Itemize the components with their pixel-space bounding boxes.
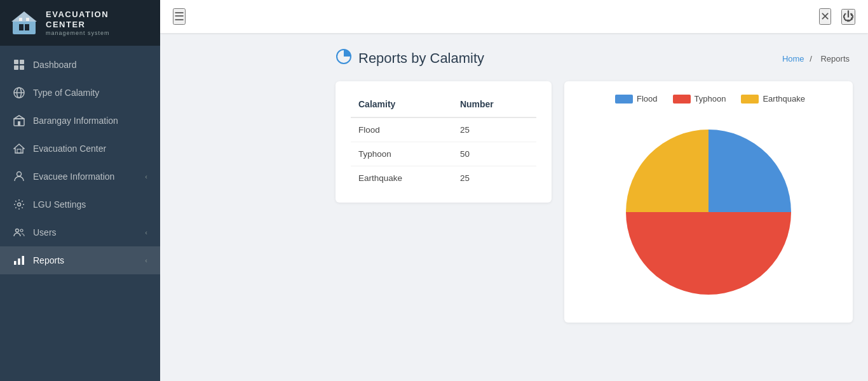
svg-rect-9 <box>20 65 24 70</box>
building-icon <box>13 114 25 127</box>
svg-rect-23 <box>18 258 20 265</box>
svg-rect-8 <box>14 65 18 70</box>
power-button[interactable]: ⏻ <box>841 9 855 25</box>
logo-icon <box>10 9 38 37</box>
close-button[interactable]: ✕ <box>819 8 831 25</box>
sidebar-nav: Dashboard Type of Calamity Barangay Info… <box>0 46 160 381</box>
globe-icon <box>13 86 25 99</box>
page-title: Reports by Calamity <box>358 50 484 67</box>
column-number: Number <box>452 94 536 117</box>
legend-label-typhoon: Typhoon <box>695 94 726 104</box>
pie-chart-title-icon <box>336 48 352 69</box>
table-card: Calamity Number Flood25Typhoon50Earthqua… <box>336 81 552 203</box>
settings-icon <box>13 198 25 211</box>
pie-chart <box>613 117 804 307</box>
svg-rect-15 <box>18 121 20 126</box>
column-calamity: Calamity <box>351 94 452 117</box>
sidebar-item-label-reports: Reports <box>33 255 137 265</box>
person-icon <box>13 170 25 183</box>
sidebar-item-evacuee-information[interactable]: Evacuee Information ‹ <box>0 163 160 190</box>
dashboard-icon <box>13 58 25 71</box>
svg-point-18 <box>17 172 22 177</box>
calamity-cell: Flood <box>351 117 452 142</box>
number-cell: 50 <box>452 142 536 166</box>
breadcrumb-separator: / <box>810 54 812 64</box>
svg-rect-5 <box>26 18 29 21</box>
sidebar-item-barangay-information[interactable]: Barangay Information <box>0 107 160 135</box>
sidebar-header: EVACUATION CENTER Management System <box>0 0 160 46</box>
svg-rect-17 <box>17 149 21 153</box>
svg-rect-6 <box>14 60 18 64</box>
legend-item-typhoon: Typhoon <box>673 94 726 104</box>
table-row: Typhoon50 <box>351 142 536 166</box>
page-header: Reports by Calamity Home / Reports <box>336 48 853 69</box>
legend-label-flood: Flood <box>637 94 658 104</box>
svg-marker-14 <box>14 116 24 119</box>
breadcrumb: Home / Reports <box>782 54 853 64</box>
sidebar-item-users[interactable]: Users ‹ <box>0 218 160 246</box>
chevron-right-icon-users: ‹ <box>145 229 147 236</box>
svg-rect-4 <box>19 18 22 21</box>
sidebar-item-label-barangay-information: Barangay Information <box>33 116 147 126</box>
legend-color-earthquake <box>741 95 759 104</box>
svg-rect-0 <box>13 20 36 34</box>
breadcrumb-current: Reports <box>820 54 850 64</box>
svg-point-20 <box>16 229 19 232</box>
chevron-right-icon: ‹ <box>145 173 147 180</box>
svg-point-19 <box>18 203 21 206</box>
table-row: Flood25 <box>351 117 536 142</box>
svg-rect-7 <box>20 60 24 64</box>
chart-container <box>613 114 804 310</box>
sidebar: EVACUATION CENTER Management System Dash… <box>0 0 160 381</box>
pie-slice-flood <box>709 130 791 212</box>
svg-marker-16 <box>14 144 24 153</box>
svg-rect-2 <box>19 24 24 30</box>
home-icon <box>13 142 25 155</box>
topbar: ☰ ✕ ⏻ <box>160 0 868 33</box>
content-row: Calamity Number Flood25Typhoon50Earthqua… <box>336 81 853 323</box>
svg-rect-22 <box>14 261 17 265</box>
sidebar-item-label-users: Users <box>33 227 137 237</box>
users-icon <box>13 226 25 239</box>
svg-point-21 <box>20 229 23 232</box>
chart-card: FloodTyphoonEarthquake <box>564 81 853 323</box>
chart-legend: FloodTyphoonEarthquake <box>615 94 805 104</box>
svg-rect-3 <box>25 24 29 30</box>
topbar-right: ✕ ⏻ <box>819 8 855 25</box>
pie-slice-earthquake <box>626 130 709 212</box>
sidebar-item-label-evacuee-information: Evacuee Information <box>33 171 137 182</box>
sidebar-item-evacuation-center[interactable]: Evacuation Center <box>0 135 160 163</box>
number-cell: 25 <box>452 166 536 190</box>
sidebar-item-label-evacuation-center: Evacuation Center <box>33 144 147 154</box>
legend-item-flood: Flood <box>615 94 658 104</box>
sidebar-item-label-lgu-settings: LGU Settings <box>33 199 147 210</box>
chart-icon <box>13 254 25 267</box>
number-cell: 25 <box>452 117 536 142</box>
calamity-table: Calamity Number Flood25Typhoon50Earthqua… <box>351 94 536 190</box>
hamburger-button[interactable]: ☰ <box>173 8 186 25</box>
sidebar-item-label-type-of-calamity: Type of Calamity <box>33 88 147 98</box>
sidebar-item-type-of-calamity[interactable]: Type of Calamity <box>0 79 160 107</box>
sidebar-item-label-dashboard: Dashboard <box>33 60 147 70</box>
table-row: Earthquake25 <box>351 166 536 190</box>
pie-slice-typhoon <box>626 212 791 295</box>
legend-color-flood <box>615 95 633 104</box>
breadcrumb-home[interactable]: Home <box>782 54 804 64</box>
legend-label-earthquake: Earthquake <box>763 94 805 104</box>
svg-rect-24 <box>22 256 25 265</box>
main-content: Reports by Calamity Home / Reports Calam… <box>320 33 868 381</box>
page-title-row: Reports by Calamity <box>336 48 484 69</box>
sidebar-item-dashboard[interactable]: Dashboard <box>0 51 160 79</box>
sidebar-item-reports[interactable]: Reports ‹ <box>0 246 160 274</box>
calamity-cell: Earthquake <box>351 166 452 190</box>
app-subtitle: Management System <box>46 30 150 36</box>
chevron-right-icon-reports: ‹ <box>145 257 147 264</box>
app-title: EVACUATION CENTER <box>46 10 150 29</box>
svg-marker-1 <box>11 11 37 22</box>
legend-item-earthquake: Earthquake <box>741 94 805 104</box>
calamity-cell: Typhoon <box>351 142 452 166</box>
sidebar-title-block: EVACUATION CENTER Management System <box>46 10 150 36</box>
sidebar-item-lgu-settings[interactable]: LGU Settings <box>0 190 160 218</box>
topbar-left: ☰ <box>173 8 186 25</box>
legend-color-typhoon <box>673 95 691 104</box>
